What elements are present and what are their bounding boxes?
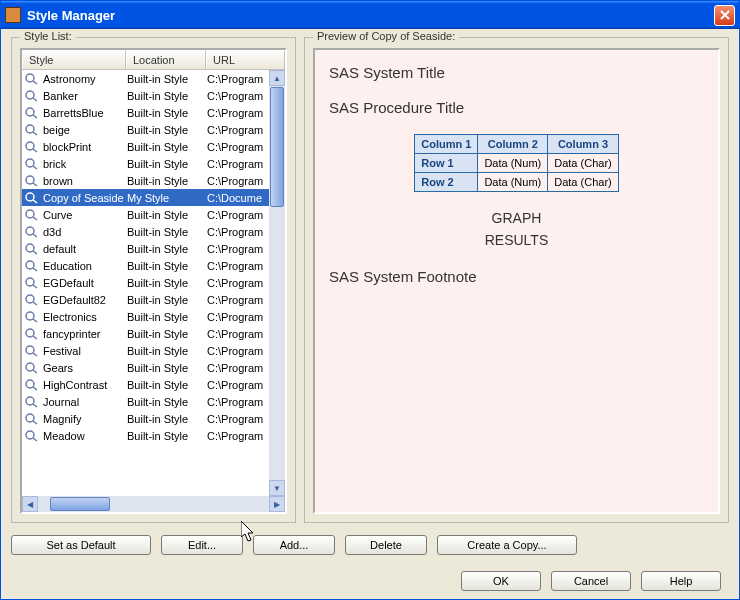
svg-line-7: [33, 132, 37, 135]
preview-col2: Column 2: [478, 135, 548, 154]
style-name: Electronics: [43, 311, 127, 323]
ok-button[interactable]: OK: [461, 571, 541, 591]
list-body: AstronomyBuilt-in StyleC:\ProgramBankerB…: [22, 70, 285, 496]
style-name: BarrettsBlue: [43, 107, 127, 119]
svg-line-33: [33, 353, 37, 356]
header-location[interactable]: Location: [126, 50, 206, 69]
style-row[interactable]: fancyprinterBuilt-in StyleC:\Program: [22, 325, 269, 342]
svg-point-36: [26, 380, 34, 388]
vertical-scrollbar[interactable]: ▲ ▼: [269, 70, 285, 496]
style-row[interactable]: EducationBuilt-in StyleC:\Program: [22, 257, 269, 274]
magnify-icon: [24, 123, 40, 137]
svg-point-12: [26, 176, 34, 184]
style-url: C:\Program: [207, 413, 269, 425]
style-url: C:\Program: [207, 362, 269, 374]
style-row[interactable]: d3dBuilt-in StyleC:\Program: [22, 223, 269, 240]
preview-footnote: SAS System Footnote: [329, 268, 704, 285]
style-row[interactable]: Copy of SeasideMy StyleC:\Docume: [22, 189, 269, 206]
style-row[interactable]: HighContrastBuilt-in StyleC:\Program: [22, 376, 269, 393]
style-location: Built-in Style: [127, 107, 207, 119]
preview-label: Preview of Copy of Seaside:: [313, 30, 459, 42]
preview-results-label: RESULTS: [329, 232, 704, 248]
svg-line-21: [33, 251, 37, 254]
svg-line-29: [33, 319, 37, 322]
style-name: Magnify: [43, 413, 127, 425]
svg-point-8: [26, 142, 34, 150]
style-location: Built-in Style: [127, 124, 207, 136]
style-name: d3d: [43, 226, 127, 238]
list-rows: AstronomyBuilt-in StyleC:\ProgramBankerB…: [22, 70, 269, 496]
style-row[interactable]: AstronomyBuilt-in StyleC:\Program: [22, 70, 269, 87]
delete-button[interactable]: Delete: [345, 535, 427, 555]
style-url: C:\Program: [207, 260, 269, 272]
style-row[interactable]: FestivalBuilt-in StyleC:\Program: [22, 342, 269, 359]
horizontal-scrollbar[interactable]: ◀ ▶: [22, 496, 285, 512]
add-button[interactable]: Add...: [253, 535, 335, 555]
style-name: Journal: [43, 396, 127, 408]
style-row[interactable]: EGDefault82Built-in StyleC:\Program: [22, 291, 269, 308]
style-row[interactable]: brownBuilt-in StyleC:\Program: [22, 172, 269, 189]
hscroll-thumb[interactable]: [50, 497, 110, 511]
scroll-right-button[interactable]: ▶: [269, 496, 285, 512]
style-name: Education: [43, 260, 127, 272]
svg-point-4: [26, 108, 34, 116]
style-row[interactable]: beigeBuilt-in StyleC:\Program: [22, 121, 269, 138]
style-location: Built-in Style: [127, 175, 207, 187]
style-row[interactable]: EGDefaultBuilt-in StyleC:\Program: [22, 274, 269, 291]
preview-row2-c2: Data (Num): [478, 173, 548, 192]
preview-row2-h: Row 2: [415, 173, 478, 192]
style-row[interactable]: brickBuilt-in StyleC:\Program: [22, 155, 269, 172]
svg-line-27: [33, 302, 37, 305]
svg-line-23: [33, 268, 37, 271]
cancel-button[interactable]: Cancel: [551, 571, 631, 591]
app-icon: [5, 7, 21, 23]
style-name: Banker: [43, 90, 127, 102]
svg-line-25: [33, 285, 37, 288]
close-button[interactable]: [714, 5, 735, 26]
style-row[interactable]: BarrettsBlueBuilt-in StyleC:\Program: [22, 104, 269, 121]
style-listbox[interactable]: Style Location URL AstronomyBuilt-in Sty…: [20, 48, 287, 514]
style-location: Built-in Style: [127, 73, 207, 85]
svg-line-37: [33, 387, 37, 390]
scroll-up-button[interactable]: ▲: [269, 70, 285, 86]
style-url: C:\Program: [207, 243, 269, 255]
svg-line-31: [33, 336, 37, 339]
style-row[interactable]: CurveBuilt-in StyleC:\Program: [22, 206, 269, 223]
style-row[interactable]: BankerBuilt-in StyleC:\Program: [22, 87, 269, 104]
dialog-body: Style List: Style Location URL Astronomy…: [1, 29, 739, 599]
style-row[interactable]: MeadowBuilt-in StyleC:\Program: [22, 427, 269, 444]
set-default-button[interactable]: Set as Default: [11, 535, 151, 555]
header-url[interactable]: URL: [206, 50, 285, 69]
scroll-down-button[interactable]: ▼: [269, 480, 285, 496]
create-copy-button[interactable]: Create a Copy...: [437, 535, 577, 555]
svg-line-39: [33, 404, 37, 407]
style-location: Built-in Style: [127, 90, 207, 102]
titlebar: Style Manager: [1, 1, 739, 29]
style-row[interactable]: GearsBuilt-in StyleC:\Program: [22, 359, 269, 376]
edit-button[interactable]: Edit...: [161, 535, 243, 555]
style-row[interactable]: defaultBuilt-in StyleC:\Program: [22, 240, 269, 257]
style-name: brown: [43, 175, 127, 187]
help-button[interactable]: Help: [641, 571, 721, 591]
style-location: Built-in Style: [127, 379, 207, 391]
magnify-icon: [24, 89, 40, 103]
style-url: C:\Program: [207, 124, 269, 136]
preview-table: Column 1 Column 2 Column 3 Row 1 Data (N…: [414, 134, 618, 192]
style-name: brick: [43, 158, 127, 170]
scroll-left-button[interactable]: ◀: [22, 496, 38, 512]
style-row[interactable]: blockPrintBuilt-in StyleC:\Program: [22, 138, 269, 155]
style-location: Built-in Style: [127, 277, 207, 289]
style-row[interactable]: ElectronicsBuilt-in StyleC:\Program: [22, 308, 269, 325]
style-url: C:\Program: [207, 379, 269, 391]
svg-line-13: [33, 183, 37, 186]
preview-proc-title: SAS Procedure Title: [329, 99, 704, 116]
style-row[interactable]: MagnifyBuilt-in StyleC:\Program: [22, 410, 269, 427]
preview-row1-c3: Data (Char): [548, 154, 618, 173]
header-style[interactable]: Style: [22, 50, 126, 69]
scroll-thumb[interactable]: [270, 87, 284, 207]
svg-line-1: [33, 81, 37, 84]
svg-point-40: [26, 414, 34, 422]
style-url: C:\Program: [207, 430, 269, 442]
style-row[interactable]: JournalBuilt-in StyleC:\Program: [22, 393, 269, 410]
svg-point-18: [26, 227, 34, 235]
